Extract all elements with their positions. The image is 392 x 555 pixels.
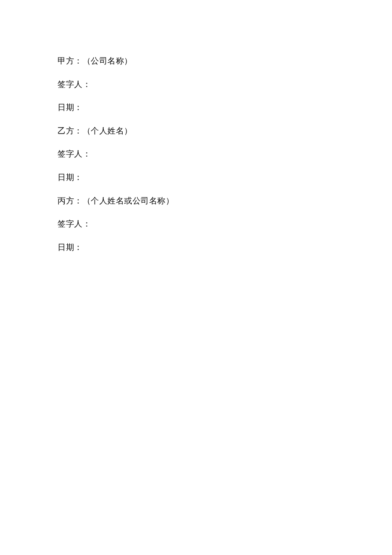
document-page: 甲方：（公司名称） 签字人： 日期： 乙方：（个人姓名） 签字人： 日期： 丙方…	[0, 0, 392, 253]
date-b-label: 日期：	[58, 172, 334, 183]
signer-c-label: 签字人：	[58, 218, 334, 230]
party-a-label: 甲方：（公司名称）	[58, 55, 334, 67]
signer-b-label: 签字人：	[58, 148, 334, 160]
signer-a-label: 签字人：	[58, 79, 334, 90]
date-c-label: 日期：	[58, 242, 334, 253]
date-a-label: 日期：	[58, 102, 334, 113]
party-c-label: 丙方：（个人姓名或公司名称）	[58, 195, 334, 207]
party-b-label: 乙方：（个人姓名）	[58, 125, 334, 137]
